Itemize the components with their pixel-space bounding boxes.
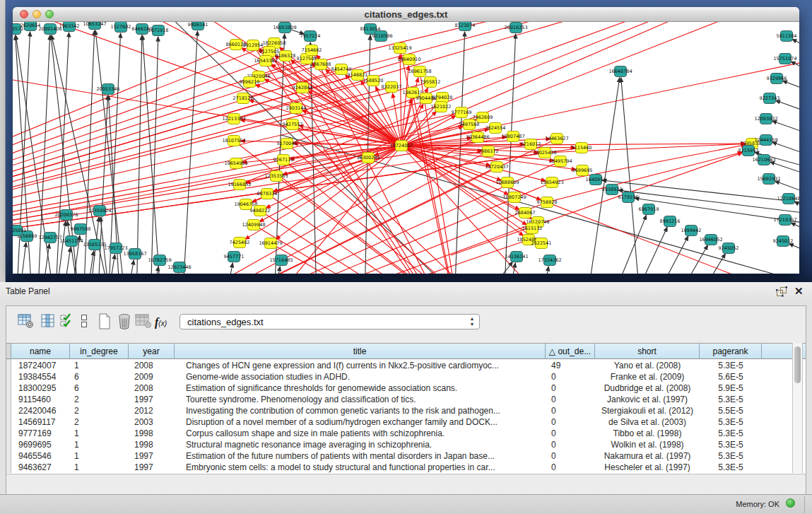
table-cell[interactable]: Disruption of a novel member of a sodium… (175, 416, 546, 428)
table-cell[interactable]: 1 (70, 428, 129, 439)
network-window-titlebar[interactable]: citations_edges.txt (13, 7, 799, 22)
select-rows-icon[interactable] (60, 313, 73, 329)
table-cell[interactable]: 5.6E-5 (700, 371, 762, 382)
column-header-out_de...[interactable]: △ out_de... (546, 344, 595, 359)
edge[interactable] (413, 93, 465, 274)
table-cell[interactable]: 5.3E-5 (700, 450, 762, 462)
table-cell[interactable]: 0 (546, 439, 595, 450)
table-cell[interactable]: 5.5E-5 (700, 405, 762, 416)
edge[interactable] (240, 22, 799, 185)
edge[interactable] (621, 78, 640, 274)
table-cell[interactable]: 1997 (129, 462, 175, 473)
table-cell[interactable]: 0 (546, 450, 595, 462)
edge[interactable] (775, 100, 799, 121)
table-cell[interactable]: 9463627 (11, 462, 70, 473)
citation-network-graph[interactable]: 1872400786601238912954182260589127505165… (13, 22, 799, 274)
table-cell[interactable]: 9699695 (11, 439, 70, 450)
node-table-grid[interactable]: namein_degreeyeartitle△ out_de...shortpa… (6, 343, 806, 474)
table-cell[interactable]: 5.9E-5 (700, 382, 762, 394)
table-cell[interactable]: 0 (546, 371, 595, 382)
table-cell[interactable]: 19384554 (11, 371, 70, 382)
table-cell[interactable]: Hescheler et al. (1997) (595, 462, 700, 473)
edge[interactable] (107, 255, 115, 274)
table-cell[interactable]: Corpus callosum shape and size in male p… (175, 428, 546, 439)
edge[interactable] (225, 263, 233, 274)
edge[interactable] (504, 34, 516, 274)
edge[interactable] (507, 263, 515, 274)
table-cell[interactable]: 2 (70, 394, 129, 405)
table-cell[interactable]: Genome-wide association studies in ADHD. (175, 371, 546, 382)
table-cell[interactable]: 22420046 (11, 405, 70, 416)
edge[interactable] (772, 142, 799, 163)
table-cell[interactable]: 1 (70, 462, 129, 473)
table-options-icon[interactable] (18, 313, 35, 329)
table-cell[interactable]: 2009 (129, 371, 175, 382)
table-cell[interactable]: Wolkin et al. (1998) (595, 439, 700, 450)
table-cell[interactable]: 0 (546, 416, 595, 428)
table-cell[interactable]: 1997 (129, 450, 175, 462)
table-cell[interactable]: 0 (546, 428, 595, 439)
edge[interactable] (151, 267, 158, 274)
table-cell[interactable]: Jankovic et al. (1997) (595, 394, 700, 405)
table-cell[interactable]: 5.3E-5 (700, 462, 762, 473)
table-cell[interactable]: 1998 (129, 428, 175, 439)
column-header-blank[interactable] (6, 344, 11, 359)
edge[interactable] (86, 251, 94, 274)
table-select-dropdown[interactable]: citations_edges.txt ▲▼ (180, 314, 480, 329)
float-panel-icon[interactable] (776, 286, 787, 297)
edge[interactable] (279, 47, 401, 146)
edge[interactable] (273, 267, 280, 274)
table-cell[interactable]: Tibbo et al. (1998) (595, 428, 700, 439)
table-cell[interactable]: Franke et al. (2009) (595, 371, 700, 382)
edge[interactable] (95, 30, 126, 274)
table-cell[interactable]: 2012 (129, 405, 175, 416)
network-view-window[interactable]: citations_edges.txt 18724007866012389129… (13, 7, 799, 274)
edge[interactable] (246, 22, 799, 204)
new-table-icon[interactable] (98, 313, 112, 330)
table-cell[interactable]: 0 (546, 462, 595, 473)
edge[interactable] (136, 35, 142, 274)
table-cell[interactable]: Estimation of the future numbers of pati… (175, 450, 546, 462)
table-cell[interactable]: 6 (70, 382, 129, 394)
edge[interactable] (400, 54, 401, 146)
table-cell[interactable]: 49 (546, 360, 595, 371)
edge[interactable] (41, 22, 401, 146)
table-cell[interactable]: de Silva et al. (2003) (595, 416, 700, 428)
delete-table-icon[interactable] (117, 313, 132, 330)
table-cell[interactable]: Changes of HCN gene expression and I(f) … (175, 360, 546, 371)
column-header-title[interactable]: title (175, 344, 546, 359)
edge[interactable] (55, 221, 66, 274)
edge[interactable] (62, 247, 71, 274)
table-cell[interactable]: 2008 (129, 382, 175, 394)
table-cell[interactable]: Yano et al. (2008) (595, 360, 700, 371)
table-cell[interactable]: 14569117 (11, 416, 70, 428)
table-cell[interactable]: Tourette syndrome. Phenomenology and cla… (175, 394, 546, 405)
table-cell[interactable]: 5.3E-5 (700, 439, 762, 450)
column-header-pagerank[interactable]: pagerank (700, 344, 762, 359)
table-cell[interactable]: Stergiakouli et al. (2012) (595, 405, 700, 416)
table-cell[interactable]: 0 (546, 394, 595, 405)
table-cell[interactable]: Structural magnetic resonance image aver… (175, 439, 546, 450)
edge[interactable] (695, 254, 725, 274)
table-cell[interactable]: 18300295 (11, 382, 70, 394)
table-cell[interactable]: 18724007 (11, 360, 70, 371)
table-cell[interactable]: 5.3E-5 (700, 360, 762, 371)
edge[interactable] (610, 215, 647, 274)
table-vertical-scrollbar[interactable] (792, 343, 803, 473)
table-cell[interactable]: Dudbridge et al. (2008) (595, 382, 700, 394)
edge[interactable] (479, 262, 512, 274)
edge[interactable] (182, 31, 198, 274)
table-cell[interactable]: 2 (70, 416, 129, 428)
table-cell[interactable]: 1998 (129, 439, 175, 450)
edge[interactable] (260, 211, 649, 274)
column-header-name[interactable]: name (11, 344, 70, 359)
table-cell[interactable]: 2003 (129, 416, 175, 428)
column-visibility-icon[interactable] (40, 313, 56, 329)
edge[interactable] (454, 32, 465, 274)
table-cell[interactable]: Estimation of significance thresholds fo… (175, 382, 546, 394)
table-cell[interactable]: 9115460 (11, 394, 70, 405)
table-cell[interactable]: 6 (70, 371, 129, 382)
table-cell[interactable]: 5.3E-5 (700, 416, 762, 428)
edge[interactable] (143, 35, 161, 274)
column-header-in_degree[interactable]: in_degree (70, 344, 129, 359)
